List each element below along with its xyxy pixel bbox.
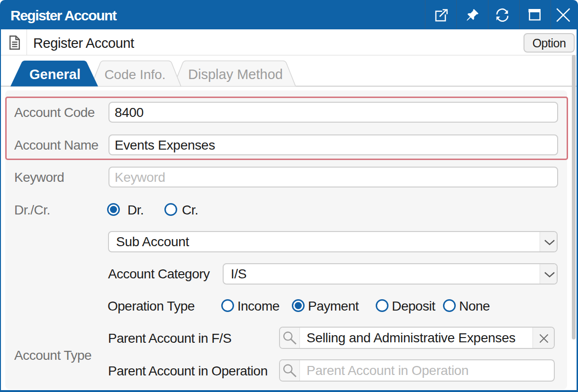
svg-text:Code Info.: Code Info.: [104, 67, 165, 82]
svg-text:Display Method: Display Method: [188, 67, 283, 82]
svg-text:General: General: [29, 67, 81, 82]
